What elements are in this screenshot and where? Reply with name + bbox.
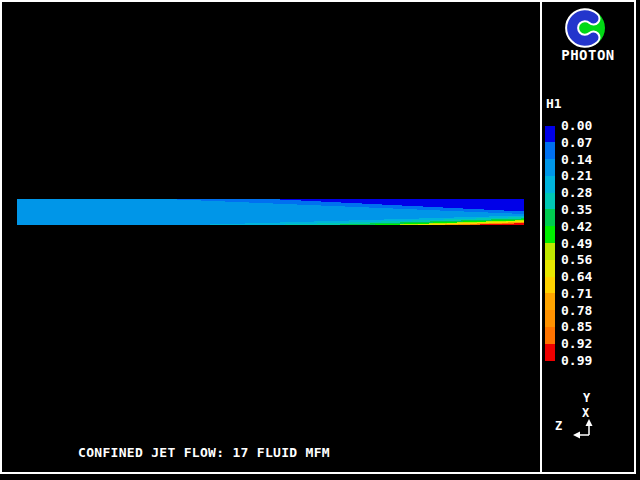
axis-triad-icon (545, 390, 605, 450)
axis-label-x: X (582, 406, 589, 420)
axis-label-y: Y (583, 391, 590, 405)
photon-window: CONFINED JET FLOW: 17 FLUID MFM PHOTON H… (0, 0, 640, 480)
photon-logo-icon (560, 4, 612, 52)
sidebar-divider (540, 0, 542, 474)
app-name-label: PHOTON (550, 47, 626, 63)
legend-title: H1 (546, 96, 562, 111)
axis-label-z: Z (555, 419, 562, 433)
